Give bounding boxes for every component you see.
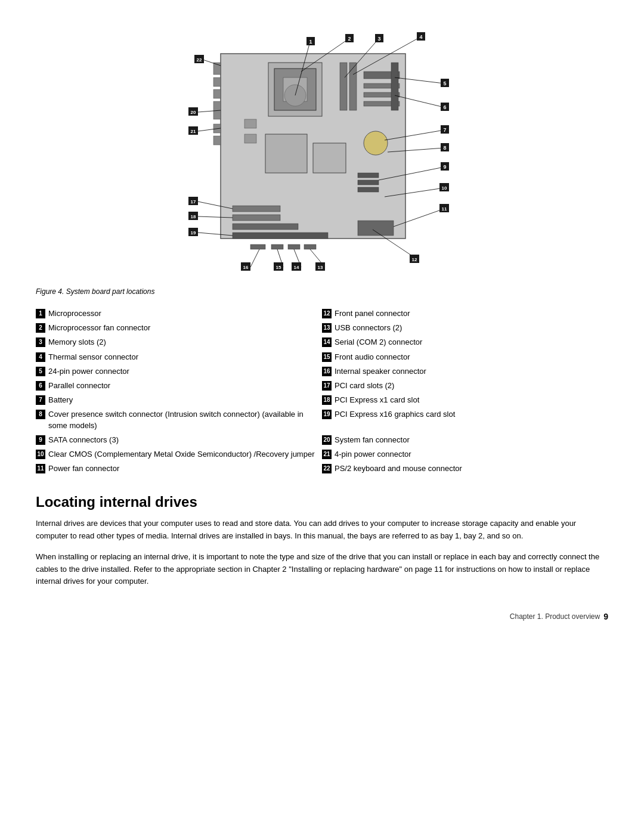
- legend-item-14: 14 Serial (COM 2) connector: [322, 335, 608, 349]
- badge-2: 2: [36, 323, 45, 333]
- svg-text:7: 7: [443, 127, 446, 133]
- chapter-text: Chapter 1. Product overview: [510, 612, 600, 621]
- legend-text-5: 24-pin power connector: [48, 366, 322, 377]
- legend-text-18: PCI Express x1 card slot: [335, 395, 608, 405]
- badge-13: 13: [322, 323, 332, 333]
- svg-text:11: 11: [442, 206, 447, 212]
- legend-item-11: 11 Power fan connector: [36, 462, 322, 476]
- legend-text-9: SATA connectors (3): [48, 435, 322, 445]
- legend-item-16: 16 Internal speaker connector: [322, 364, 608, 379]
- badge-22: 22: [322, 464, 332, 473]
- svg-rect-20: [233, 233, 328, 239]
- svg-point-13: [364, 131, 388, 155]
- legend-item-6: 6 Parallel connector: [36, 379, 322, 393]
- legend-text-11: Power fan connector: [48, 463, 322, 474]
- svg-rect-17: [233, 206, 280, 212]
- svg-rect-24: [304, 244, 316, 249]
- badge-3: 3: [36, 337, 45, 347]
- legend-text-3: Memory slots (2): [48, 337, 322, 348]
- legend-item-20: 20 System fan connector: [322, 433, 608, 447]
- svg-text:5: 5: [443, 80, 446, 86]
- legend-text-6: Parallel connector: [48, 380, 322, 391]
- svg-rect-18: [233, 215, 280, 221]
- svg-rect-27: [213, 89, 221, 98]
- legend-item-7: 7 Battery: [36, 393, 322, 407]
- svg-rect-5: [340, 63, 347, 110]
- badge-8: 8: [36, 410, 45, 419]
- legend-text-20: System fan connector: [335, 435, 608, 445]
- page-footer: Chapter 1. Product overview 9: [36, 612, 608, 621]
- svg-text:20: 20: [191, 110, 196, 115]
- svg-text:22: 22: [197, 57, 202, 63]
- badge-1: 1: [36, 309, 45, 318]
- svg-text:3: 3: [377, 36, 380, 42]
- svg-text:10: 10: [442, 185, 447, 191]
- badge-15: 15: [322, 352, 332, 362]
- svg-rect-26: [213, 78, 221, 86]
- legend-text-12: Front panel connector: [335, 308, 608, 319]
- legend-text-14: Serial (COM 2) connector: [335, 337, 608, 348]
- svg-rect-22: [271, 244, 283, 249]
- legend-text-21: 4-pin power connector: [335, 449, 608, 460]
- svg-text:19: 19: [191, 230, 196, 236]
- svg-rect-11: [265, 134, 307, 173]
- badge-11: 11: [36, 464, 45, 473]
- svg-text:8: 8: [443, 145, 446, 151]
- diagram-wrapper: 1 2 3 4 22 5: [173, 24, 471, 280]
- legend-text-22: PS/2 keyboard and mouse connector: [335, 463, 608, 474]
- motherboard-diagram: 1 2 3 4 22 5: [173, 24, 471, 280]
- svg-rect-32: [244, 119, 256, 128]
- svg-text:21: 21: [191, 129, 196, 134]
- legend-text-19: PCI Express x16 graphics card slot: [335, 409, 608, 420]
- svg-rect-33: [244, 134, 256, 143]
- body-paragraph-1: Internal drives are devices that your co…: [36, 518, 608, 543]
- svg-text:1: 1: [309, 39, 312, 45]
- badge-19: 19: [322, 410, 332, 419]
- legend-item-13: 13 USB connectors (2): [322, 321, 608, 335]
- legend-text-7: Battery: [48, 395, 322, 405]
- legend-grid: 1 Microprocessor 12 Front panel connecto…: [36, 306, 608, 476]
- svg-text:4: 4: [419, 34, 422, 40]
- legend-item-19: 19 PCI Express x16 graphics card slot: [322, 407, 608, 432]
- legend-item-12: 12 Front panel connector: [322, 306, 608, 321]
- svg-rect-19: [233, 224, 298, 230]
- legend-item-1: 1 Microprocessor: [36, 306, 322, 321]
- legend-text-10: Clear CMOS (Complementary Metal Oxide Se…: [48, 449, 322, 460]
- badge-5: 5: [36, 367, 45, 376]
- badge-16: 16: [322, 367, 332, 376]
- svg-rect-15: [358, 180, 379, 185]
- svg-text:12: 12: [412, 257, 417, 262]
- svg-text:9: 9: [443, 164, 446, 170]
- legend-item-9: 9 SATA connectors (3): [36, 433, 322, 447]
- svg-text:17: 17: [191, 199, 196, 205]
- badge-20: 20: [322, 435, 332, 445]
- svg-text:13: 13: [318, 265, 323, 270]
- legend-item-17: 17 PCI card slots (2): [322, 379, 608, 393]
- legend-item-4: 4 Thermal sensor connector: [36, 350, 322, 364]
- legend-item-3: 3 Memory slots (2): [36, 335, 322, 349]
- svg-text:15: 15: [276, 265, 281, 270]
- badge-21: 21: [322, 450, 332, 459]
- legend-text-4: Thermal sensor connector: [48, 352, 322, 363]
- badge-12: 12: [322, 309, 332, 318]
- svg-rect-6: [349, 63, 357, 110]
- legend-text-8: Cover presence switch connector (Intrusi…: [48, 409, 322, 431]
- svg-rect-21: [250, 244, 265, 249]
- svg-text:16: 16: [243, 265, 249, 270]
- svg-line-89: [250, 249, 259, 267]
- diagram-container: 1 2 3 4 22 5: [36, 24, 608, 280]
- legend-text-2: Microprocessor fan connector: [48, 323, 322, 333]
- figure-caption: Figure 4. System board part locations: [36, 287, 608, 296]
- section-heading: Locating internal drives: [36, 494, 608, 510]
- badge-14: 14: [322, 337, 332, 347]
- badge-9: 9: [36, 435, 45, 445]
- legend-item-8: 8 Cover presence switch connector (Intru…: [36, 407, 322, 432]
- svg-rect-31: [391, 63, 398, 110]
- legend-item-5: 5 24-pin power connector: [36, 364, 322, 379]
- page-number: 9: [603, 612, 608, 621]
- legend-text-16: Internal speaker connector: [335, 366, 608, 377]
- svg-rect-23: [288, 244, 300, 249]
- badge-17: 17: [322, 381, 332, 391]
- svg-rect-34: [358, 221, 394, 236]
- badge-10: 10: [36, 450, 45, 459]
